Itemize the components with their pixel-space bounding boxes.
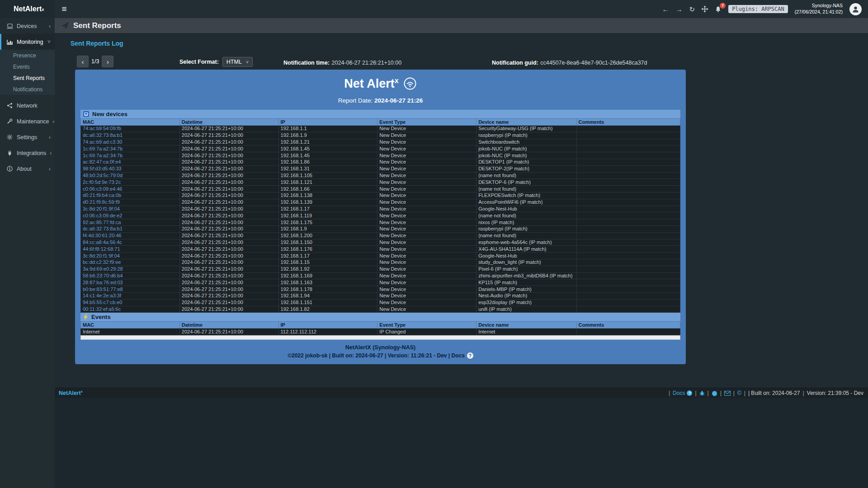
sidebar-item-sent-reports[interactable]: Sent Reports xyxy=(0,72,55,84)
notification-time: Notification time: 2024-06-27 21:26:21+1… xyxy=(283,58,401,66)
notification-guid: Notification guid: cc44507e-8ea6-48e7-90… xyxy=(492,58,647,66)
sidebar-item-integrations[interactable]: Integrations ‹ xyxy=(0,145,55,161)
body-background xyxy=(55,398,868,488)
table-cell: FLEXPOESwitch (IP match) xyxy=(476,192,576,199)
mac-link[interactable]: d0:21:f9:b4:ca:0b xyxy=(81,192,180,199)
new-devices-table-body: 74:ac:b9:54:09:fb2024-06-27 21:25:21+10:… xyxy=(81,126,680,313)
mac-link[interactable]: 94:b5:55:c7:cb:e0 xyxy=(81,299,180,306)
sidebar-toggle-icon[interactable]: ≡ xyxy=(55,0,74,18)
sidebar-item-maintenance[interactable]: Maintenance ‹ xyxy=(0,113,55,129)
wrench-icon xyxy=(6,118,13,124)
mac-link[interactable]: 92:ac:85:77:fd:ca xyxy=(81,219,180,226)
table-cell: New Device xyxy=(377,186,476,192)
table-cell: 192.168.1.45 xyxy=(278,152,377,159)
mail-icon[interactable] xyxy=(724,391,731,396)
prev-page-button[interactable]: ‹ xyxy=(77,56,89,67)
table-cell: 192.168.1.15 xyxy=(278,259,377,266)
footer-brand[interactable]: NetAlertx xyxy=(59,389,83,396)
paper-plane-icon xyxy=(61,22,69,29)
bug-report-icon[interactable] xyxy=(699,390,705,396)
mac-link[interactable]: 48:b0:2d:5c:79:0d xyxy=(81,172,180,179)
refresh-icon[interactable]: ↻ xyxy=(689,6,695,13)
table-row: 2c:f0:5d:9e:73:2c2024-06-27 21:25:21+10:… xyxy=(81,179,680,186)
mac-link[interactable]: 74:ac:b9:ad:c3:30 xyxy=(81,139,180,145)
info-icon xyxy=(6,166,13,172)
sent-reports-log-link[interactable]: Sent Reports Log xyxy=(71,40,123,47)
move-icon[interactable] xyxy=(702,6,708,12)
page-count: 1/3 xyxy=(91,58,99,65)
mac-link[interactable]: 1c:69:7a:a2:34:7b xyxy=(81,145,180,152)
table-cell: 192.168.1.105 xyxy=(278,172,377,179)
sidebar-item-about[interactable]: About ‹ xyxy=(0,161,55,177)
mac-link[interactable]: 00:11:32:ef:a5:6c xyxy=(81,306,180,313)
table-cell xyxy=(576,328,680,335)
table-row: 48:b0:2d:5c:79:0d2024-06-27 21:25:21+10:… xyxy=(81,172,680,179)
table-cell: (name not found) xyxy=(476,172,576,179)
notifications-bell-icon[interactable]: 7 xyxy=(715,6,722,13)
devices-icon xyxy=(6,23,13,29)
mac-link[interactable]: 14:c1:4e:2e:a3:3f xyxy=(81,292,180,299)
brand-sup: x xyxy=(42,7,44,12)
forward-icon[interactable]: → xyxy=(676,6,683,13)
table-cell: New Device xyxy=(377,292,476,299)
mac-link[interactable]: 3a:9d:69:e0:29:28 xyxy=(81,266,180,272)
report-footer-title: NetAlertX (Synology-NAS) xyxy=(80,344,680,351)
next-page-button[interactable]: › xyxy=(102,56,113,67)
mac-link[interactable]: c0:06:c3:09:e4:46 xyxy=(81,186,180,192)
sidebar-item-network[interactable]: Network xyxy=(0,98,55,113)
mac-link[interactable]: ac:82:47:ca:0f:e4 xyxy=(81,159,180,165)
mac-link[interactable]: 98:5f:d3:d5:40:33 xyxy=(81,165,180,172)
help-icon[interactable]: ? xyxy=(467,352,473,359)
copyright-icon[interactable]: © xyxy=(737,390,741,396)
table-cell: nixos (IP match) xyxy=(476,219,576,226)
app-brand[interactable]: NetAlertx xyxy=(0,0,55,18)
column-header: Datetime xyxy=(179,119,278,126)
user-avatar[interactable] xyxy=(849,3,862,15)
mac-link[interactable]: 44:6f:f8:12:68:71 xyxy=(81,246,180,253)
table-cell: DESKTOP-2(IP match) xyxy=(476,165,576,172)
mac-link[interactable]: 3c:8d:20:f1:9f:04 xyxy=(81,253,180,259)
sidebar-item-devices[interactable]: Devices ‹ xyxy=(0,18,55,34)
table-cell xyxy=(576,306,680,313)
sidebar-item-presence[interactable]: Presence xyxy=(0,50,55,61)
github-icon[interactable] xyxy=(712,390,717,396)
mac-link[interactable]: d0:21:f9:8c:59:f9 xyxy=(81,199,180,206)
mac-link[interactable]: 3c:8d:20:f1:9f:04 xyxy=(81,206,180,212)
chevron-down-icon: ˅ xyxy=(47,39,51,45)
network-icon xyxy=(6,103,13,108)
mac-link[interactable]: 2c:f0:5d:9e:73:2c xyxy=(81,179,180,186)
mac-link[interactable]: 58:b6:23:70:d6:b4 xyxy=(81,272,180,279)
mac-link[interactable]: b0:be:83:51:77:e8 xyxy=(81,286,180,293)
table-cell xyxy=(576,232,680,239)
mac-link[interactable]: 74:ac:b9:54:09:fb xyxy=(81,126,180,132)
top-navbar: NetAlertx ≡ ← → ↻ 7 Plugins: ARPSCAN Syn… xyxy=(0,0,868,18)
table-cell: 192.168.1.169 xyxy=(278,272,377,279)
sidebar-item-events[interactable]: Events xyxy=(0,61,55,72)
mac-link[interactable]: bc:dd:c2:32:f9:ee xyxy=(81,259,180,266)
mac-link[interactable]: 28:87:ba:76:ed:03 xyxy=(81,279,180,286)
table-cell: 2024-06-27 21:25:21+10:00 xyxy=(179,286,278,293)
table-cell: IP Changed xyxy=(377,328,476,335)
mac-link[interactable]: 84:cc:a8:4a:56:4c xyxy=(81,239,180,246)
table-cell: New Device xyxy=(377,246,476,253)
mac-link[interactable]: dc:a6:32:73:8a:b1 xyxy=(81,225,180,232)
table-row: 1c:69:7a:a2:34:7b2024-06-27 21:25:21+10:… xyxy=(81,145,680,152)
mac-link[interactable]: f4:4d:30:61:20:46 xyxy=(81,232,180,239)
table-cell: DESKTOP-6 (IP match) xyxy=(476,179,576,186)
mac-link[interactable]: 1c:69:7a:a2:34:7b xyxy=(81,152,180,159)
mac-link[interactable]: dc:a6:32:73:8a:b1 xyxy=(81,132,180,139)
docs-link[interactable]: Docs? xyxy=(673,390,692,396)
table-cell: New Device xyxy=(377,266,476,272)
sidebar-item-monitoring[interactable]: Monitoring ˅ xyxy=(0,34,55,50)
table-cell: 192.168.1.17 xyxy=(278,253,377,259)
sidebar-item-settings[interactable]: Settings ‹ xyxy=(0,129,55,145)
back-icon[interactable]: ← xyxy=(662,6,669,13)
plugins-badge[interactable]: Plugins: ARPSCAN xyxy=(728,5,788,13)
format-select[interactable]: HTML ˅ xyxy=(222,57,253,67)
sidebar-item-notifications[interactable]: Notifications xyxy=(0,84,55,95)
table-cell xyxy=(576,225,680,232)
mac-link[interactable]: c0:06:c3:09:de:e2 xyxy=(81,212,180,219)
sidebar-item-label: Maintenance xyxy=(17,118,49,125)
table-cell: 2024-06-27 21:25:21+10:00 xyxy=(179,159,278,165)
table-cell: 192.168.1.66 xyxy=(278,186,377,192)
